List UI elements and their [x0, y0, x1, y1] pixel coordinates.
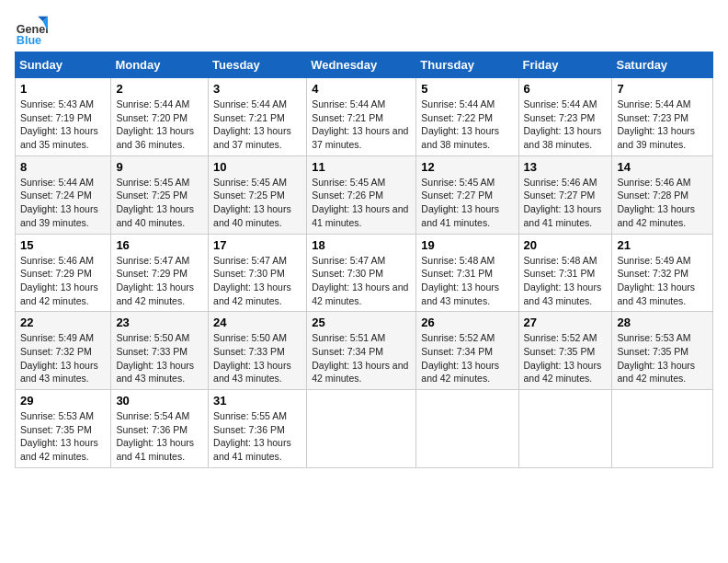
day-number: 9 [116, 160, 203, 174]
day-number: 20 [524, 238, 608, 252]
header-sunday: Sunday [16, 52, 111, 78]
svg-text:Blue: Blue [17, 34, 41, 47]
day-number: 21 [617, 238, 708, 252]
day-info: Sunrise: 5:45 AMSunset: 7:27 PMDaylight:… [421, 176, 513, 230]
day-number: 10 [213, 160, 301, 174]
day-number: 7 [617, 82, 708, 96]
day-info: Sunrise: 5:44 AMSunset: 7:23 PMDaylight:… [617, 98, 708, 152]
calendar-day-cell: 6Sunrise: 5:44 AMSunset: 7:23 PMDaylight… [518, 78, 612, 156]
day-info: Sunrise: 5:44 AMSunset: 7:21 PMDaylight:… [312, 98, 411, 152]
day-number: 1 [20, 82, 106, 96]
calendar-day-cell: 2Sunrise: 5:44 AMSunset: 7:20 PMDaylight… [111, 78, 209, 156]
calendar-header-row: SundayMondayTuesdayWednesdayThursdayFrid… [16, 52, 713, 78]
day-number: 30 [116, 394, 203, 408]
empty-cell [416, 390, 518, 468]
calendar-day-cell: 9Sunrise: 5:45 AMSunset: 7:25 PMDaylight… [111, 155, 209, 234]
day-number: 29 [20, 394, 106, 408]
calendar-day-cell: 28Sunrise: 5:53 AMSunset: 7:35 PMDayligh… [612, 312, 713, 390]
calendar-day-cell: 13Sunrise: 5:46 AMSunset: 7:27 PMDayligh… [518, 155, 612, 234]
day-number: 6 [524, 82, 608, 96]
header-thursday: Thursday [416, 52, 518, 78]
day-info: Sunrise: 5:44 AMSunset: 7:24 PMDaylight:… [20, 176, 106, 230]
day-info: Sunrise: 5:48 AMSunset: 7:31 PMDaylight:… [524, 254, 608, 308]
calendar-day-cell: 1Sunrise: 5:43 AMSunset: 7:19 PMDaylight… [16, 78, 111, 156]
day-number: 2 [116, 82, 203, 96]
calendar-day-cell: 29Sunrise: 5:53 AMSunset: 7:35 PMDayligh… [16, 390, 111, 468]
calendar-day-cell: 12Sunrise: 5:45 AMSunset: 7:27 PMDayligh… [416, 155, 518, 234]
calendar-day-cell: 22Sunrise: 5:49 AMSunset: 7:32 PMDayligh… [16, 312, 111, 390]
calendar-day-cell: 3Sunrise: 5:44 AMSunset: 7:21 PMDaylight… [209, 78, 307, 156]
day-number: 5 [421, 82, 513, 96]
calendar-day-cell: 15Sunrise: 5:46 AMSunset: 7:29 PMDayligh… [16, 234, 111, 312]
day-number: 4 [312, 82, 411, 96]
day-info: Sunrise: 5:44 AMSunset: 7:23 PMDaylight:… [524, 98, 608, 152]
day-number: 25 [312, 316, 411, 329]
header-tuesday: Tuesday [209, 52, 307, 78]
day-info: Sunrise: 5:45 AMSunset: 7:26 PMDaylight:… [312, 176, 411, 230]
day-info: Sunrise: 5:53 AMSunset: 7:35 PMDaylight:… [617, 331, 708, 385]
day-number: 27 [524, 316, 608, 329]
day-info: Sunrise: 5:44 AMSunset: 7:20 PMDaylight:… [116, 98, 203, 152]
empty-cell [612, 390, 713, 468]
calendar-day-cell: 31Sunrise: 5:55 AMSunset: 7:36 PMDayligh… [209, 390, 307, 468]
day-number: 18 [312, 238, 411, 252]
day-info: Sunrise: 5:46 AMSunset: 7:28 PMDaylight:… [617, 176, 708, 230]
calendar-week-row: 1Sunrise: 5:43 AMSunset: 7:19 PMDaylight… [16, 78, 713, 156]
day-number: 22 [20, 316, 106, 329]
day-number: 16 [116, 238, 203, 252]
calendar-day-cell: 7Sunrise: 5:44 AMSunset: 7:23 PMDaylight… [612, 78, 713, 156]
calendar-day-cell: 5Sunrise: 5:44 AMSunset: 7:22 PMDaylight… [416, 78, 518, 156]
calendar-week-row: 22Sunrise: 5:49 AMSunset: 7:32 PMDayligh… [16, 312, 713, 390]
day-number: 31 [213, 394, 301, 408]
calendar-day-cell: 16Sunrise: 5:47 AMSunset: 7:29 PMDayligh… [111, 234, 209, 312]
day-info: Sunrise: 5:45 AMSunset: 7:25 PMDaylight:… [213, 176, 301, 230]
calendar-day-cell: 18Sunrise: 5:47 AMSunset: 7:30 PMDayligh… [307, 234, 416, 312]
calendar-week-row: 15Sunrise: 5:46 AMSunset: 7:29 PMDayligh… [16, 234, 713, 312]
calendar-day-cell: 30Sunrise: 5:54 AMSunset: 7:36 PMDayligh… [111, 390, 209, 468]
day-info: Sunrise: 5:44 AMSunset: 7:21 PMDaylight:… [213, 98, 301, 152]
day-info: Sunrise: 5:46 AMSunset: 7:29 PMDaylight:… [20, 254, 106, 308]
day-info: Sunrise: 5:48 AMSunset: 7:31 PMDaylight:… [421, 254, 513, 308]
calendar-day-cell: 25Sunrise: 5:51 AMSunset: 7:34 PMDayligh… [307, 312, 416, 390]
empty-cell [518, 390, 612, 468]
logo-icon: General Blue [15, 15, 48, 48]
day-number: 12 [421, 160, 513, 174]
calendar-day-cell: 26Sunrise: 5:52 AMSunset: 7:34 PMDayligh… [416, 312, 518, 390]
header-wednesday: Wednesday [307, 52, 416, 78]
day-number: 3 [213, 82, 301, 96]
day-number: 8 [20, 160, 106, 174]
page-header: General Blue [15, 15, 713, 48]
header-saturday: Saturday [612, 52, 713, 78]
day-number: 13 [524, 160, 608, 174]
day-info: Sunrise: 5:52 AMSunset: 7:35 PMDaylight:… [524, 331, 608, 385]
day-number: 23 [116, 316, 203, 329]
calendar-day-cell: 8Sunrise: 5:44 AMSunset: 7:24 PMDaylight… [16, 155, 111, 234]
calendar-week-row: 8Sunrise: 5:44 AMSunset: 7:24 PMDaylight… [16, 155, 713, 234]
day-info: Sunrise: 5:55 AMSunset: 7:36 PMDaylight:… [213, 409, 301, 464]
day-info: Sunrise: 5:52 AMSunset: 7:34 PMDaylight:… [421, 331, 513, 385]
day-number: 14 [617, 160, 708, 174]
calendar-day-cell: 21Sunrise: 5:49 AMSunset: 7:32 PMDayligh… [612, 234, 713, 312]
calendar-day-cell: 23Sunrise: 5:50 AMSunset: 7:33 PMDayligh… [111, 312, 209, 390]
calendar-day-cell: 10Sunrise: 5:45 AMSunset: 7:25 PMDayligh… [209, 155, 307, 234]
empty-cell [307, 390, 416, 468]
calendar-day-cell: 20Sunrise: 5:48 AMSunset: 7:31 PMDayligh… [518, 234, 612, 312]
day-info: Sunrise: 5:44 AMSunset: 7:22 PMDaylight:… [421, 98, 513, 152]
day-info: Sunrise: 5:46 AMSunset: 7:27 PMDaylight:… [524, 176, 608, 230]
calendar-week-row: 29Sunrise: 5:53 AMSunset: 7:35 PMDayligh… [16, 390, 713, 468]
logo: General Blue [15, 15, 48, 48]
day-number: 17 [213, 238, 301, 252]
day-info: Sunrise: 5:53 AMSunset: 7:35 PMDaylight:… [20, 409, 106, 464]
day-number: 28 [617, 316, 708, 329]
day-info: Sunrise: 5:49 AMSunset: 7:32 PMDaylight:… [617, 254, 708, 308]
day-info: Sunrise: 5:43 AMSunset: 7:19 PMDaylight:… [20, 98, 106, 152]
calendar-day-cell: 24Sunrise: 5:50 AMSunset: 7:33 PMDayligh… [209, 312, 307, 390]
day-info: Sunrise: 5:45 AMSunset: 7:25 PMDaylight:… [116, 176, 203, 230]
day-number: 24 [213, 316, 301, 329]
day-info: Sunrise: 5:47 AMSunset: 7:29 PMDaylight:… [116, 254, 203, 308]
day-info: Sunrise: 5:54 AMSunset: 7:36 PMDaylight:… [116, 409, 203, 464]
calendar-day-cell: 11Sunrise: 5:45 AMSunset: 7:26 PMDayligh… [307, 155, 416, 234]
day-number: 15 [20, 238, 106, 252]
day-info: Sunrise: 5:47 AMSunset: 7:30 PMDaylight:… [312, 254, 411, 308]
calendar-day-cell: 19Sunrise: 5:48 AMSunset: 7:31 PMDayligh… [416, 234, 518, 312]
